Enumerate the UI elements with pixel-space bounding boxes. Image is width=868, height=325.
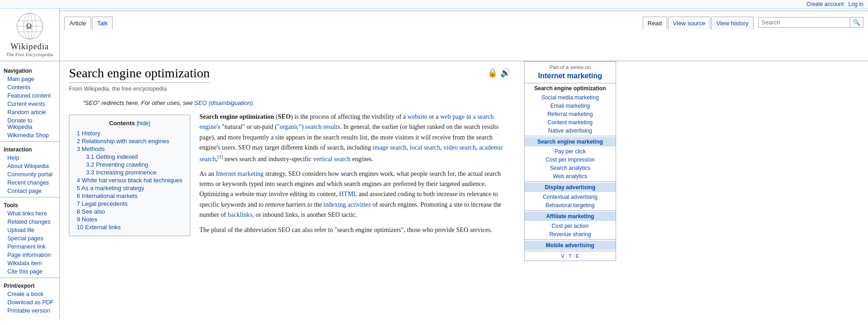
- toc-item-3-3[interactable]: 3.3 Increasing prominence: [77, 168, 183, 176]
- view-tabs: Read View source View history 🔍: [642, 17, 864, 29]
- tab-read[interactable]: Read: [643, 17, 667, 29]
- toc-item-4[interactable]: 4 White hat versus black hat techniques: [77, 176, 183, 184]
- search-input[interactable]: [758, 17, 850, 28]
- toc-item-6[interactable]: 6 International markets: [77, 192, 183, 200]
- search-form: 🔍: [758, 17, 863, 28]
- sidebar-item-donate[interactable]: Donate to Wikipedia: [0, 116, 59, 131]
- create-account-link[interactable]: Create account: [806, 1, 844, 7]
- infobox-link-contextual[interactable]: Contextual advertising: [525, 193, 616, 201]
- header-nav: Article Talk Read View source View histo…: [60, 11, 868, 29]
- link-indexing[interactable]: indexing activities: [324, 201, 371, 208]
- infobox-series-title: Internet marketing: [525, 71, 616, 83]
- article-content: Search engine optimization From Wikipedi…: [60, 61, 520, 319]
- infobox-topic: Search engine optimization: [525, 83, 616, 93]
- tab-view-history[interactable]: View history: [711, 17, 754, 29]
- main-layout: Navigation Main page Contents Featured c…: [0, 61, 868, 319]
- link-backlinks[interactable]: backlinks: [228, 211, 252, 218]
- toc-item-2[interactable]: 2 Relationship with search engines: [77, 137, 183, 145]
- infobox-divider-4: [525, 239, 616, 240]
- sidebar-item-random[interactable]: Random article: [0, 108, 59, 116]
- hatnote: "SEO" redirects here. For other uses, se…: [83, 99, 510, 106]
- hatnote-link[interactable]: SEO (disambiguation): [194, 99, 253, 106]
- link-html[interactable]: HTML: [339, 191, 357, 197]
- from-line: From Wikipedia, the free encyclopedia: [69, 86, 210, 92]
- link-vertical-search[interactable]: vertical search: [313, 155, 350, 162]
- infobox-link-content[interactable]: Content marketing: [525, 118, 616, 127]
- tab-talk[interactable]: Talk: [92, 17, 113, 29]
- infobox-link-ppc[interactable]: Pay per click: [525, 147, 616, 156]
- infobox-footer: V · T · E: [525, 251, 616, 261]
- sidebar-item-wikidata[interactable]: Wikidata item: [0, 259, 59, 267]
- toc-item-9[interactable]: 9 Notes: [77, 215, 183, 223]
- infobox-link-behavioral[interactable]: Behavioral targeting: [525, 201, 616, 209]
- sidebar-item-permanent[interactable]: Permanent link: [0, 243, 59, 251]
- toc-title-text: Contents: [109, 120, 135, 127]
- infobox-link-search-analytics[interactable]: Search analytics: [525, 164, 616, 172]
- infobox-divider-3: [525, 210, 616, 211]
- interaction-section-title: Interaction: [0, 144, 59, 154]
- sidebar-item-recent[interactable]: Recent changes: [0, 179, 59, 187]
- sidebar-item-cite[interactable]: Cite this page: [0, 267, 59, 276]
- site-name: Wikipedia: [11, 42, 49, 52]
- site-subtitle: The Free Encyclopedia: [6, 52, 53, 57]
- sidebar: Navigation Main page Contents Featured c…: [0, 61, 60, 319]
- toc-item-3[interactable]: 3 Methods: [77, 145, 183, 153]
- link-organic[interactable]: "organic": [277, 123, 301, 130]
- toc-item-10[interactable]: 10 External links: [77, 223, 183, 231]
- search-button[interactable]: 🔍: [850, 17, 863, 28]
- infobox-link-cpa[interactable]: Cost per action: [525, 222, 616, 230]
- sidebar-item-main-page[interactable]: Main page: [0, 75, 59, 83]
- log-in-link[interactable]: Log in: [848, 1, 863, 7]
- sidebar-item-wikimedia-shop[interactable]: Wikimedia Shop: [0, 131, 59, 139]
- link-local-search[interactable]: local search: [410, 144, 440, 151]
- sidebar-item-featured[interactable]: Featured content: [0, 92, 59, 100]
- infobox-highlight-affiliate: Affiliate marketing: [525, 212, 616, 221]
- sidebar-item-page-info[interactable]: Page information: [0, 251, 59, 259]
- infobox-link-revenue[interactable]: Revenue sharing: [525, 230, 616, 238]
- link-search-results[interactable]: search results: [305, 123, 340, 130]
- link-website[interactable]: website: [407, 113, 427, 120]
- sidebar-item-help[interactable]: Help: [0, 154, 59, 162]
- article-header: Search engine optimization From Wikipedi…: [69, 66, 510, 97]
- svg-text:Ω: Ω: [26, 22, 32, 30]
- sidebar-item-contents[interactable]: Contents: [0, 83, 59, 92]
- tab-view-source[interactable]: View source: [668, 17, 711, 29]
- logo-area: Ω Wikipedia The Free Encyclopedia: [0, 9, 60, 61]
- toc-toggle[interactable]: [hide]: [137, 120, 150, 127]
- infobox-series-link[interactable]: Internet marketing: [538, 72, 602, 80]
- sidebar-item-community[interactable]: Community portal: [0, 170, 59, 179]
- sidebar-item-printable[interactable]: Printable version: [0, 307, 59, 315]
- tab-article[interactable]: Article: [64, 17, 91, 30]
- link-image-search[interactable]: image search: [373, 144, 406, 151]
- infobox-link-social[interactable]: Social media marketing: [525, 93, 616, 102]
- infobox-link-cpi[interactable]: Cost per impression: [525, 156, 616, 164]
- page-title: Search engine optimization: [69, 66, 210, 83]
- infobox-link-email[interactable]: Email marketing: [525, 102, 616, 110]
- sidebar-item-current-events[interactable]: Current events: [0, 100, 59, 108]
- infobox-divider-2: [525, 181, 616, 182]
- sidebar-item-create-book[interactable]: Create a book: [0, 290, 59, 298]
- sidebar-item-special[interactable]: Special pages: [0, 234, 59, 243]
- toc-item-5[interactable]: 5 As a marketing strategy: [77, 184, 183, 192]
- toc-item-7[interactable]: 7 Legal precedents: [77, 200, 183, 208]
- sidebar-item-about[interactable]: About Wikipedia: [0, 162, 59, 170]
- nav-section-title: Navigation: [0, 65, 59, 75]
- infobox-link-referral[interactable]: Referral marketing: [525, 110, 616, 118]
- sidebar-item-related-changes[interactable]: Related changes: [0, 218, 59, 226]
- sidebar-item-what-links[interactable]: What links here: [0, 209, 59, 218]
- toc-item-1[interactable]: 1 History: [77, 129, 183, 137]
- sidebar-item-contact[interactable]: Contact page: [0, 187, 59, 195]
- infobox-link-native[interactable]: Native advertising: [525, 127, 616, 135]
- toc-item-3-2[interactable]: 3.2 Preventing crawling: [77, 161, 183, 168]
- link-video-search[interactable]: video search: [444, 144, 476, 151]
- infobox-link-web-analytics[interactable]: Web analytics: [525, 172, 616, 180]
- tools-section-title: Tools: [0, 199, 59, 209]
- sidebar-item-download-pdf[interactable]: Download as PDF: [0, 298, 59, 307]
- speaker-icon: 🔊: [500, 68, 510, 78]
- lock-icon: 🔒: [487, 68, 497, 78]
- sidebar-item-upload[interactable]: Upload file: [0, 226, 59, 234]
- header: Ω Wikipedia The Free Encyclopedia Articl…: [0, 9, 868, 61]
- toc-item-3-1[interactable]: 3.1 Getting indexed: [77, 153, 183, 161]
- toc-item-8[interactable]: 8 See also: [77, 208, 183, 215]
- link-internet-marketing[interactable]: Internet marketing: [216, 170, 264, 177]
